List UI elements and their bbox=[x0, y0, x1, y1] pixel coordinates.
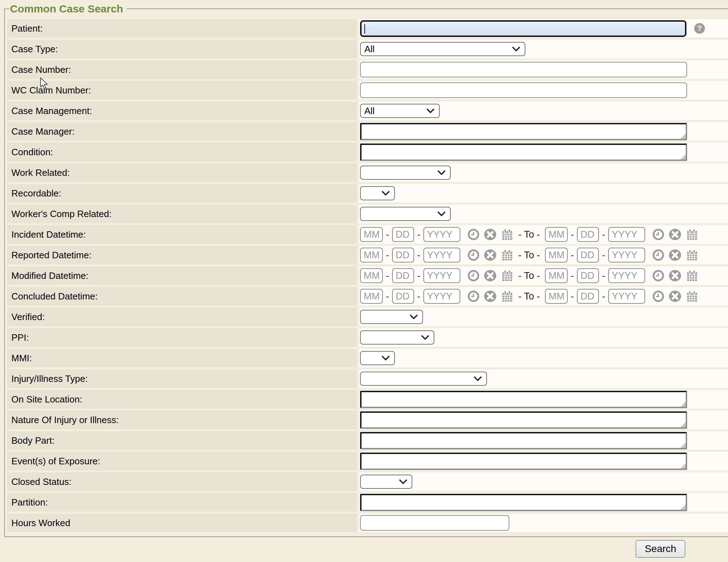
hours-worked-input[interactable] bbox=[360, 515, 509, 531]
concluded-datetime-from-year-input[interactable]: YYYY bbox=[423, 289, 460, 304]
patient-input[interactable] bbox=[360, 20, 686, 37]
clear-icon[interactable] bbox=[484, 290, 497, 302]
row-case-number: Case Number: bbox=[7, 60, 728, 79]
injury-illness-type-select[interactable] bbox=[360, 372, 487, 386]
incident-datetime-to-day-input[interactable]: DD bbox=[577, 227, 599, 242]
date-separator: - bbox=[383, 229, 392, 240]
reported-datetime-to-month-input[interactable]: MM bbox=[545, 248, 568, 263]
calendar-icon[interactable] bbox=[686, 270, 698, 282]
modified-datetime-from-year-input[interactable]: YYYY bbox=[423, 268, 460, 283]
calendar-icon[interactable] bbox=[501, 270, 513, 282]
work-related-select[interactable] bbox=[360, 166, 451, 180]
mmi-select[interactable] bbox=[360, 351, 395, 365]
row-concluded-datetime: Concluded Datetime:MM-DD-YYYY - To -MM-D… bbox=[7, 287, 728, 306]
partition-input[interactable] bbox=[360, 494, 687, 511]
closed-status-select[interactable] bbox=[360, 475, 412, 489]
to-label: - To - bbox=[518, 229, 540, 240]
incident-datetime-from-month-input[interactable]: MM bbox=[360, 227, 383, 242]
reported-datetime-to-year-input[interactable]: YYYY bbox=[608, 248, 645, 263]
calendar-icon[interactable] bbox=[686, 228, 698, 241]
clear-icon[interactable] bbox=[669, 228, 681, 241]
concluded-datetime-from-month-input[interactable]: MM bbox=[360, 289, 383, 304]
field-ppi bbox=[359, 328, 728, 347]
ppi-select[interactable] bbox=[360, 330, 434, 345]
workers-comp-related-select[interactable] bbox=[360, 207, 451, 221]
clock-icon[interactable] bbox=[652, 270, 664, 282]
page-title: Common Case Search bbox=[9, 3, 127, 15]
field-modified-datetime: MM-DD-YYYY - To -MM-DD-YYYY bbox=[359, 266, 728, 285]
row-patient: Patient: ? bbox=[7, 19, 728, 38]
concluded-datetime-to-year-input[interactable]: YYYY bbox=[608, 289, 645, 304]
concluded-datetime-from-day-input[interactable]: DD bbox=[392, 289, 414, 304]
row-work-related: Work Related: bbox=[7, 163, 728, 182]
case-number-input[interactable] bbox=[360, 62, 687, 77]
modified-datetime-to-month-input[interactable]: MM bbox=[545, 268, 568, 283]
case-type-select[interactable]: All bbox=[360, 42, 525, 56]
events-of-exposure-input[interactable] bbox=[360, 453, 687, 470]
incident-datetime-from-day-input[interactable]: DD bbox=[392, 227, 414, 242]
recordable-select[interactable] bbox=[360, 186, 395, 200]
to-label: - To - bbox=[518, 291, 540, 302]
concluded-datetime-to-month-input[interactable]: MM bbox=[545, 289, 568, 304]
clear-icon[interactable] bbox=[669, 290, 681, 302]
condition-input[interactable] bbox=[360, 144, 687, 161]
row-on-site-location: On Site Location: bbox=[7, 390, 728, 409]
reported-datetime-from-day-input[interactable]: DD bbox=[392, 248, 414, 263]
modified-datetime-from-day-input[interactable]: DD bbox=[392, 268, 414, 283]
body-part-input[interactable] bbox=[360, 432, 687, 449]
clear-icon[interactable] bbox=[484, 270, 497, 282]
concluded-datetime-to-day-input[interactable]: DD bbox=[577, 289, 599, 304]
search-button[interactable]: Search bbox=[636, 540, 685, 558]
field-mmi bbox=[359, 349, 728, 367]
case-management-select[interactable]: All bbox=[360, 104, 440, 118]
clear-icon[interactable] bbox=[484, 249, 497, 261]
on-site-location-input[interactable] bbox=[360, 391, 687, 408]
date-separator: - bbox=[599, 229, 608, 240]
row-recordable: Recordable: bbox=[7, 184, 728, 202]
reported-datetime-from-month-input[interactable]: MM bbox=[360, 248, 383, 263]
row-wc-claim-number: WC Claim Number: bbox=[7, 81, 728, 99]
chevron-down-icon bbox=[421, 335, 429, 340]
row-verified: Verified: bbox=[7, 308, 728, 326]
calendar-icon[interactable] bbox=[501, 290, 513, 302]
clear-icon[interactable] bbox=[669, 270, 681, 282]
reported-datetime-to-day-input[interactable]: DD bbox=[577, 248, 599, 263]
label-condition: Condition: bbox=[7, 143, 357, 161]
modified-datetime-to-day-input[interactable]: DD bbox=[577, 268, 599, 283]
modified-datetime-from-month-input[interactable]: MM bbox=[360, 268, 383, 283]
label-patient: Patient: bbox=[7, 19, 357, 38]
calendar-icon[interactable] bbox=[686, 290, 698, 302]
clock-icon[interactable] bbox=[467, 270, 480, 282]
calendar-icon[interactable] bbox=[686, 249, 698, 261]
nature-of-injury-or-illness-input[interactable] bbox=[360, 411, 687, 429]
chevron-down-icon bbox=[381, 356, 390, 361]
row-partition: Partition: bbox=[7, 493, 728, 512]
case-manager-input[interactable] bbox=[360, 123, 687, 140]
field-wc-claim-number bbox=[359, 81, 728, 99]
reported-datetime-from-year-input[interactable]: YYYY bbox=[423, 248, 460, 263]
to-label: - To - bbox=[518, 270, 540, 281]
clock-icon[interactable] bbox=[652, 228, 664, 241]
incident-datetime-to-month-input[interactable]: MM bbox=[545, 227, 568, 242]
wc-claim-number-input[interactable] bbox=[360, 82, 687, 98]
clear-icon[interactable] bbox=[669, 249, 681, 261]
clear-icon[interactable] bbox=[484, 228, 497, 241]
label-case-manager: Case Manager: bbox=[7, 122, 357, 141]
clock-icon[interactable] bbox=[652, 249, 664, 261]
label-reported-datetime: Reported Datetime: bbox=[7, 246, 357, 264]
field-recordable bbox=[359, 184, 728, 202]
verified-select[interactable] bbox=[360, 310, 423, 324]
incident-datetime-from-year-input[interactable]: YYYY bbox=[423, 227, 460, 242]
clock-icon[interactable] bbox=[467, 290, 480, 302]
clock-icon[interactable] bbox=[467, 228, 480, 241]
text-caret bbox=[364, 24, 365, 34]
incident-datetime-to-year-input[interactable]: YYYY bbox=[608, 227, 645, 242]
calendar-icon[interactable] bbox=[501, 228, 513, 241]
case-type-selected-value: All bbox=[364, 44, 375, 55]
clock-icon[interactable] bbox=[652, 290, 664, 302]
label-on-site-location: On Site Location: bbox=[7, 390, 357, 409]
modified-datetime-to-year-input[interactable]: YYYY bbox=[608, 268, 645, 283]
help-icon[interactable]: ? bbox=[694, 23, 705, 34]
calendar-icon[interactable] bbox=[501, 249, 513, 261]
clock-icon[interactable] bbox=[467, 249, 480, 261]
